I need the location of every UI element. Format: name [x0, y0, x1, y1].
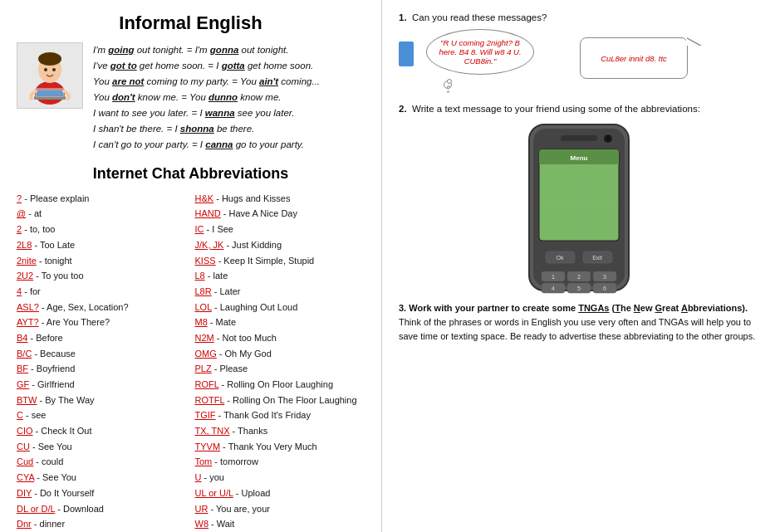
list-item: BTW - By The Way [17, 393, 187, 408]
abbrev-col-1: ? - Please explain @ - at 2 - to, too 2L… [17, 191, 187, 532]
list-item: CIO - Check It Out [17, 423, 187, 439]
sub-title: Internet Chat Abbreviations [17, 165, 365, 183]
question-3-text: 3. Work with your partner to create some… [399, 301, 758, 344]
list-item: ? - Please explain [17, 191, 187, 207]
list-item: CU - See You [17, 439, 187, 455]
intro-image [17, 42, 83, 109]
abbrev-columns: ? - Please explain @ - at 2 - to, too 2L… [17, 191, 365, 532]
list-item: OMG - Oh My God [195, 346, 365, 362]
q1-number: 1. [399, 12, 407, 22]
list-item: AYT? - Are You There? [17, 315, 187, 330]
list-item: Cud - could [17, 454, 187, 470]
phone-svg: Menu Ok Exit 1 2 3 4 5 6 [504, 120, 654, 295]
list-item: B4 - Before [17, 330, 187, 346]
intro-section: I'm going out tonight. = I'm gonna out t… [17, 42, 365, 153]
main-title: Informal English [17, 12, 365, 34]
svg-text:Menu: Menu [570, 154, 587, 162]
right-panel: 1. Can you read these messages? [data-na… [382, 0, 775, 532]
svg-point-4 [38, 52, 61, 66]
svg-text:5: 5 [577, 286, 581, 291]
list-item: U - you [195, 470, 365, 486]
svg-rect-12 [561, 135, 597, 141]
svg-text:6: 6 [603, 286, 606, 291]
list-item: @ - at [17, 206, 187, 222]
list-item: W8 - Wait [195, 516, 365, 532]
list-item: UL or U/L - Upload [195, 486, 365, 501]
svg-point-6 [52, 68, 56, 71]
list-item: DIY - Do It Yourself [17, 486, 187, 501]
question-1-label: 1. Can you read these messages? [399, 12, 758, 22]
intro-text: I'm going out tonight. = I'm gonna out t… [93, 42, 320, 153]
list-item: CYA - See You [17, 470, 187, 486]
svg-text:4: 4 [552, 286, 555, 291]
svg-text:Exit: Exit [592, 255, 602, 261]
list-item: B/C - Because [17, 346, 187, 362]
messages-area: "R U coming 2night? B here. B4 8. Will w… [399, 29, 758, 79]
q1-text: Can you read these messages? [412, 12, 547, 22]
list-item: TYVM - Thank You Very Much [195, 439, 365, 455]
svg-text:1: 1 [552, 274, 555, 280]
svg-point-5 [44, 68, 47, 71]
list-item: GF - Girlfriend [17, 377, 187, 393]
list-item: 2 - to, too [17, 222, 187, 237]
left-panel: Informal English [0, 0, 382, 532]
list-item: BF - Boyfriend [17, 361, 187, 377]
question-2-label: 2. Write a text message to your friend u… [399, 104, 758, 114]
list-item: UR - You are, your [195, 501, 365, 517]
svg-text:3: 3 [603, 274, 606, 280]
small-phone-icon [399, 41, 414, 66]
list-item: TX, TNX - Thanks [195, 423, 365, 439]
list-item: IC - I See [195, 222, 365, 237]
list-item: PLZ - Please [195, 361, 365, 377]
list-item: Tom - tomorrow [195, 454, 365, 470]
list-item: C - see [17, 408, 187, 423]
list-item: ASL? - Age, Sex, Location? [17, 300, 187, 315]
list-item: J/K, JK - Just Kidding [195, 237, 365, 253]
phone-image-container: Menu Ok Exit 1 2 3 4 5 6 [399, 120, 758, 295]
list-item: Dnr - dinner [17, 516, 187, 532]
list-item: KISS - Keep It Simple, Stupid [195, 253, 365, 269]
list-item: 2nite - tonight [17, 253, 187, 269]
list-item: ROTFL - Rolling On The Floor Laughing [195, 393, 365, 408]
svg-text:2: 2 [577, 274, 581, 280]
list-item: TGIF - Thank God It's Friday [195, 408, 365, 423]
list-item: ROFL - Rolling On Floor Laughing [195, 377, 365, 393]
list-item: M8 - Mate [195, 315, 365, 330]
thought-bubble: "R U coming 2night? B here. B4 8. Will w… [426, 29, 534, 75]
list-item: 2U2 - To you too [17, 268, 187, 284]
abbrev-col-2: H&K - Hugs and Kisses HAND - Have A Nice… [195, 191, 365, 532]
speech-bubble: CuL8er innit d8. ttc [580, 37, 688, 79]
svg-point-14 [606, 136, 611, 141]
list-item: 2L8 - Too Late [17, 237, 187, 253]
list-item: DL or D/L - Download [17, 501, 187, 517]
list-item: LOL - Laughing Out Loud [195, 300, 365, 315]
svg-rect-9 [37, 90, 63, 96]
list-item: N2M - Not too Much [195, 330, 365, 346]
list-item: 4 - for [17, 284, 187, 300]
list-item: L8R - Later [195, 284, 365, 300]
list-item: L8 - late [195, 268, 365, 284]
list-item: H&K - Hugs and Kisses [195, 191, 365, 207]
list-item: HAND - Have A Nice Day [195, 206, 365, 222]
svg-text:Ok: Ok [556, 255, 563, 261]
